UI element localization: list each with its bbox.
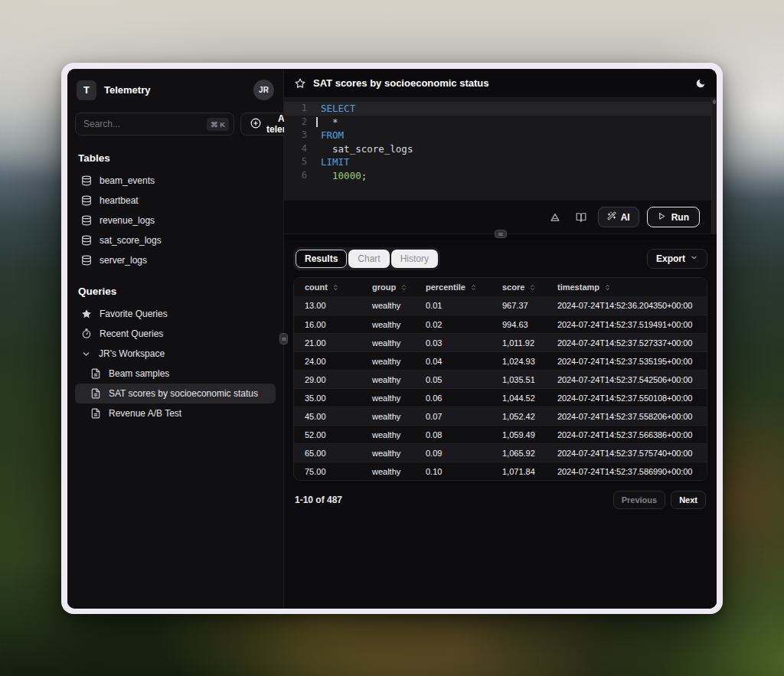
sql-editor[interactable]: 1SELECT2 *3FROM4 sat_score_logs5LIMIT6 1… [284, 98, 717, 201]
cell-score: 967.37 [492, 301, 547, 310]
table-row[interactable]: 21.00wealthy0.031,011.922024-07-24T14:52… [294, 333, 707, 351]
cell-timestamp: 2024-07-24T14:52:37.542506+00:00 [547, 375, 707, 384]
code-text: FROM [307, 129, 344, 142]
code-line[interactable]: 4 sat_score_logs [284, 142, 717, 156]
sidebar-item-favorite-queries[interactable]: Favorite Queries [75, 304, 276, 324]
cell-timestamp: 2024-07-24T14:52:37.519491+00:00 [547, 320, 707, 329]
token-op: * [332, 116, 338, 128]
table-row[interactable]: 75.00wealthy0.101,071.842024-07-24T14:52… [294, 462, 707, 480]
favorite-star-icon[interactable] [295, 78, 305, 89]
table-body: 13.00wealthy0.01967.372024-07-24T14:52:3… [294, 296, 707, 480]
cell-group: wealthy [361, 467, 415, 476]
search-box[interactable]: ⌘ K [75, 113, 234, 136]
app-window: T Telemetry JR ⌘ K Add telemetry Tables … [61, 63, 723, 614]
cell-count: 21.00 [294, 338, 361, 348]
user-avatar[interactable]: JR [253, 80, 274, 100]
pagination-range: 1-10 of 487 [295, 495, 342, 505]
export-button[interactable]: Export [647, 249, 707, 269]
code-line[interactable]: 2 * [284, 116, 717, 129]
table-row[interactable]: 13.00wealthy0.01967.372024-07-24T14:52:3… [294, 296, 707, 315]
sidebar-item-table[interactable]: sat_score_logs [75, 230, 276, 250]
tab-history[interactable]: History [391, 250, 438, 268]
panel-resize-handle[interactable] [495, 230, 507, 238]
query-nav-label: JR's Workspace [99, 348, 165, 359]
column-header-group[interactable]: group [361, 282, 415, 292]
sidebar-item-query[interactable]: SAT scores by socioeconomic status [75, 384, 276, 403]
sidebar-item-query[interactable]: Revenue A/B Test [75, 403, 276, 423]
previous-button[interactable]: Previous [613, 491, 665, 509]
cell-count: 16.00 [294, 320, 361, 329]
sidebar-item-table[interactable]: server_logs [75, 250, 276, 270]
plus-circle-icon [250, 118, 261, 131]
file-icon [90, 408, 101, 419]
ai-button[interactable]: AI [598, 207, 639, 227]
sidebar-item-table[interactable]: revenue_logs [75, 211, 276, 230]
column-header-count[interactable]: count [294, 282, 361, 292]
sort-icon [470, 284, 477, 291]
database-icon [81, 235, 92, 246]
cell-timestamp: 2024-07-24T14:52:37.586990+00:00 [547, 467, 707, 476]
sidebar-item-query[interactable]: Beam samples [75, 364, 276, 384]
sidebar-item-table[interactable]: heartbeat [75, 191, 276, 211]
database-icon [81, 215, 92, 226]
column-header-timestamp[interactable]: timestamp [547, 282, 707, 292]
next-button[interactable]: Next [671, 491, 706, 509]
code-line[interactable]: 1SELECT [284, 102, 717, 116]
results-toolbar: ResultsChartHistory Export [293, 247, 707, 270]
sidebar-item-recent-queries[interactable]: Recent Queries [75, 324, 276, 344]
token-pn: ; [361, 170, 368, 181]
database-icon [81, 195, 92, 206]
table-row[interactable]: 52.00wealthy0.081,059.492024-07-24T14:52… [294, 425, 707, 443]
code-line[interactable]: 5LIMIT [284, 155, 717, 169]
results-footer: 1-10 of 487 Previous Next [293, 481, 707, 519]
cell-timestamp: 2024-07-24T14:52:37.535195+00:00 [547, 357, 707, 366]
column-header-percentile[interactable]: percentile [415, 282, 492, 292]
table-row[interactable]: 29.00wealthy0.051,035.512024-07-24T14:52… [294, 370, 707, 388]
table-row[interactable]: 45.00wealthy0.071,052.422024-07-24T14:52… [294, 407, 707, 425]
editor-scrollbar[interactable] [711, 98, 717, 233]
table-row[interactable]: 16.00wealthy0.02994.632024-07-24T14:52:3… [294, 315, 707, 333]
cell-count: 65.00 [294, 449, 361, 458]
cell-score: 1,044.52 [492, 394, 547, 403]
book-icon[interactable] [572, 208, 590, 227]
run-button-label: Run [671, 212, 689, 223]
table-name: heartbeat [100, 195, 139, 206]
tab-chart[interactable]: Chart [348, 250, 389, 268]
text-cursor [316, 117, 318, 128]
column-header-score[interactable]: score [492, 282, 547, 292]
table-row[interactable]: 35.00wealthy0.061,044.522024-07-24T14:52… [294, 388, 707, 407]
saved-query-label: SAT scores by socioeconomic status [109, 388, 258, 399]
cell-count: 24.00 [294, 357, 361, 366]
cell-count: 45.00 [294, 412, 361, 421]
cell-group: wealthy [361, 430, 415, 439]
tab-results[interactable]: Results [296, 250, 347, 268]
code-text: * [307, 116, 338, 129]
query-nav-label: Favorite Queries [100, 309, 168, 319]
sidebar-resize-handle[interactable] [279, 333, 288, 345]
search-input[interactable] [83, 119, 202, 129]
chevron-down-icon [690, 253, 698, 264]
table-row[interactable]: 65.00wealthy0.091,065.922024-07-24T14:52… [294, 443, 707, 462]
editor-scrollbar-thumb[interactable] [713, 100, 716, 104]
table-row[interactable]: 24.00wealthy0.041,024.932024-07-24T14:52… [294, 351, 707, 370]
moon-icon[interactable] [695, 78, 706, 89]
sidebar-item-workspace[interactable]: JR's Workspace [75, 344, 276, 364]
column-label: timestamp [557, 282, 599, 292]
sidebar: T Telemetry JR ⌘ K Add telemetry Tables … [67, 69, 284, 609]
code-line[interactable]: 3FROM [284, 129, 717, 142]
app-logo: T [77, 80, 96, 100]
line-number: 1 [284, 102, 307, 116]
format-icon[interactable] [546, 208, 564, 227]
cell-score: 1,059.49 [492, 430, 547, 439]
table-name: revenue_logs [100, 215, 155, 226]
telemetry-app: T Telemetry JR ⌘ K Add telemetry Tables … [67, 69, 717, 609]
cell-count: 29.00 [294, 375, 361, 384]
run-button[interactable]: Run [647, 207, 700, 227]
queries-list: Favorite QueriesRecent QueriesJR's Works… [75, 304, 276, 364]
cell-group: wealthy [361, 320, 415, 329]
sidebar-item-table[interactable]: beam_events [75, 171, 276, 191]
cell-timestamp: 2024-07-24T14:52:37.558206+00:00 [547, 412, 707, 421]
code-line[interactable]: 6 10000; [284, 169, 717, 183]
cell-group: wealthy [361, 338, 415, 348]
saved-query-label: Beam samples [109, 368, 169, 379]
